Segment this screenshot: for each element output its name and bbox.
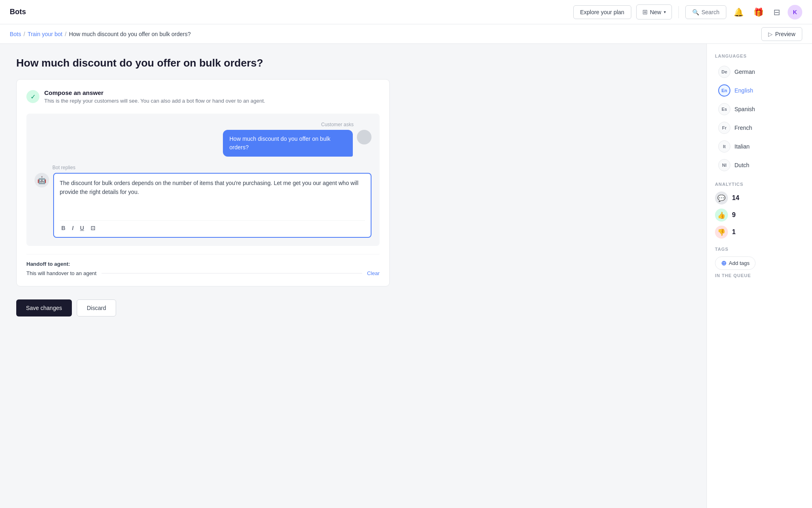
analytics-row-2: 👎 1 [715, 226, 804, 239]
analytics-icon-positive: 👍 [715, 209, 728, 222]
main-layout: How much discount do you offer on bulk o… [0, 44, 812, 508]
search-button[interactable]: 🔍 Search [685, 5, 726, 19]
analytics-icon-neutral: 💬 [715, 192, 728, 204]
language-item-it[interactable]: It Italian [715, 138, 804, 155]
sidebar-panel: LANGUAGES De German En English Es Spanis… [706, 44, 812, 508]
lang-badge-fr: Fr [718, 122, 730, 134]
customer-asks-label: Customer asks [35, 122, 354, 127]
clear-handoff-button[interactable]: Clear [367, 270, 380, 276]
language-item-fr[interactable]: Fr French [715, 119, 804, 136]
search-icon: 🔍 [692, 9, 699, 15]
breadcrumb-train[interactable]: Train your bot [28, 31, 63, 37]
handoff-row: This will handover to an agent Clear [26, 270, 380, 276]
bot-reply-editor[interactable]: The discount for bulk orders depends on … [53, 173, 371, 238]
language-item-en[interactable]: En English [715, 82, 804, 99]
analytics-count-2: 1 [732, 228, 736, 236]
settings-button[interactable]: ⊟ [771, 5, 783, 19]
page-title: How much discount do you offer on bulk o… [16, 57, 690, 69]
image-button[interactable]: ⊡ [89, 224, 97, 232]
customer-message-row: How much discount do you offer on bulk o… [35, 130, 371, 157]
topnav: Bots Explore your plan ⊞ New ▾ 🔍 Search … [0, 0, 812, 24]
breadcrumb: Bots / Train your bot / How much discoun… [10, 31, 191, 37]
compose-header: ✓ Compose an answer This is the reply yo… [26, 89, 380, 104]
handoff-text: This will handover to an agent [26, 270, 97, 276]
discard-button[interactable]: Discard [77, 299, 116, 316]
save-changes-button[interactable]: Save changes [16, 299, 72, 316]
analytics-count-1: 9 [732, 211, 736, 219]
explore-plan-button[interactable]: Explore your plan [573, 5, 631, 19]
new-button[interactable]: ⊞ New ▾ [636, 4, 672, 19]
lang-badge-es: Es [718, 103, 730, 115]
lang-name-en: English [734, 87, 753, 94]
compose-card: ✓ Compose an answer This is the reply yo… [16, 79, 390, 286]
languages-section-title: LANGUAGES [715, 54, 804, 58]
content-area: How much discount do you offer on bulk o… [0, 44, 706, 508]
bold-button[interactable]: B [60, 224, 67, 232]
customer-bubble: How much discount do you offer on bulk o… [223, 130, 353, 157]
breadcrumb-sep-1: / [24, 31, 25, 37]
app-logo: Bots [10, 8, 26, 16]
analytics-count-0: 14 [732, 194, 739, 202]
compose-subtext: This is the reply your customers will se… [44, 98, 265, 104]
lang-name-fr: French [734, 125, 752, 131]
analytics-icon-negative: 👎 [715, 226, 728, 239]
analytics-list: 💬 14 👍 9 👎 1 [715, 192, 804, 239]
editor-toolbar: B I U ⊡ [60, 220, 365, 232]
analytics-row-0: 💬 14 [715, 192, 804, 204]
gift-button[interactable]: 🎁 [751, 5, 766, 19]
preview-button[interactable]: ▷ Preview [761, 27, 802, 41]
handoff-section: Handoff to agent: This will handover to … [26, 254, 380, 276]
language-item-de[interactable]: De German [715, 63, 804, 80]
lang-badge-en: En [718, 84, 730, 97]
customer-avatar [357, 130, 371, 144]
lang-name-it: Italian [734, 143, 749, 150]
handoff-label: Handoff to agent: [26, 261, 380, 267]
bot-replies-label: Bot replies [52, 165, 371, 170]
analytics-row-1: 👍 9 [715, 209, 804, 222]
breadcrumb-bar: Bots / Train your bot / How much discoun… [0, 24, 812, 44]
languages-list: De German En English Es Spanish Fr Frenc… [715, 63, 804, 174]
plus-circle-icon: ⊕ [721, 259, 726, 267]
lang-name-es: Spanish [734, 106, 755, 112]
breadcrumb-current: How much discount do you offer on bulk o… [69, 31, 191, 37]
tags-section-title: TAGS [715, 247, 804, 252]
bot-reply-text[interactable]: The discount for bulk orders depends on … [60, 179, 365, 215]
lang-name-de: German [734, 69, 755, 75]
handoff-line [102, 273, 362, 273]
queue-section-title: IN THE QUEUE [715, 273, 804, 278]
analytics-section-title: ANALYTICS [715, 182, 804, 187]
bot-avatar: 🤖 [35, 173, 49, 187]
compose-heading: Compose an answer [44, 89, 265, 96]
language-item-es[interactable]: Es Spanish [715, 101, 804, 118]
language-item-nl[interactable]: Nl Dutch [715, 157, 804, 174]
plus-icon: ⊞ [642, 8, 648, 16]
breadcrumb-sep-2: / [65, 31, 67, 37]
nav-divider [678, 6, 679, 18]
user-avatar[interactable]: K [788, 5, 802, 19]
italic-button[interactable]: I [70, 224, 75, 232]
lang-name-nl: Dutch [734, 162, 749, 168]
check-icon: ✓ [26, 90, 39, 103]
action-buttons: Save changes Discard [16, 299, 690, 316]
compose-header-text: Compose an answer This is the reply your… [44, 89, 265, 104]
underline-button[interactable]: U [78, 224, 86, 232]
notifications-button[interactable]: 🔔 [731, 5, 746, 19]
play-icon: ▷ [768, 31, 773, 37]
add-tags-button[interactable]: ⊕ Add tags [715, 256, 756, 270]
chat-preview: Customer asks How much discount do you o… [26, 114, 380, 246]
breadcrumb-bots[interactable]: Bots [10, 31, 21, 37]
chevron-down-icon: ▾ [664, 10, 666, 14]
bot-message-row: 🤖 The discount for bulk orders depends o… [35, 173, 371, 238]
lang-badge-it: It [718, 140, 730, 153]
lang-badge-de: De [718, 66, 730, 78]
lang-badge-nl: Nl [718, 159, 730, 171]
